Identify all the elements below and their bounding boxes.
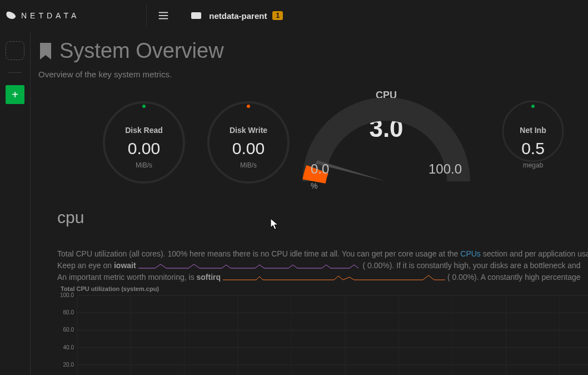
sparkline-iowait (138, 262, 361, 270)
gauge-disk-read[interactable]: Disk Read 0.00 MiB/s (99, 98, 188, 187)
desc-text: An important metric worth monitoring, is (57, 273, 197, 282)
gauge-label: Disk Read (99, 126, 188, 135)
gauge-value: 0.5 (500, 139, 566, 158)
main-content: System Overview Overview of the key syst… (31, 31, 588, 375)
desc-text: Total CPU utilization (all cores). 100% … (57, 249, 460, 258)
gauge-net-in[interactable]: Net Inb 0.5 megab (500, 98, 566, 187)
section-title: cpu (57, 208, 588, 227)
y-tick-label: 100.0 (57, 292, 74, 298)
sidebar-separator (8, 72, 22, 73)
y-tick-label: 40.0 (57, 344, 74, 351)
gauges-row: Disk Read 0.00 MiB/s Disk Write 0.00 MiB… (99, 87, 588, 198)
gauge-max: 100.0 (428, 161, 462, 177)
sidebar-slot-empty[interactable] (6, 41, 24, 60)
logo[interactable]: NETDATA (0, 10, 79, 21)
gauge-value: 0.00 (99, 139, 188, 158)
bookmark-icon (38, 43, 53, 60)
sparkline-softirq (223, 274, 445, 282)
keyword-softirq: softirq (197, 273, 221, 282)
cpus-link[interactable]: CPUs (460, 249, 481, 258)
chart-title: Total CPU utilization (system.cpu) (61, 285, 588, 292)
divider (146, 4, 147, 27)
gauge-unit: MiB/s (204, 161, 293, 169)
gauge-unit: megab (500, 161, 566, 169)
desc-text: Keep an eye on (57, 261, 114, 270)
gauge-label: Net Inb (500, 126, 566, 135)
status-dot-icon (531, 105, 535, 108)
left-sidebar: + (0, 31, 31, 375)
host-name[interactable]: netdata-parent (209, 11, 267, 21)
alert-badge[interactable]: 1 (272, 11, 283, 20)
desc-text: ( 0.00%). If it is constantly high, your… (362, 261, 580, 270)
gauge-unit: MiB/s (99, 161, 188, 169)
gauge-cpu[interactable]: CPU 3.0 0.0 100.0 % (297, 87, 475, 198)
page-title: System Overview (59, 39, 224, 63)
page-header: System Overview (38, 39, 588, 63)
status-dot-icon (142, 105, 146, 108)
y-tick-label: 80.0 (57, 309, 74, 315)
host-chip-icon (191, 12, 201, 19)
y-tick-label: 60.0 (57, 327, 74, 333)
cpu-chart[interactable]: 100.080.060.040.020.00.016:03:3016:04:00… (57, 293, 588, 375)
gauge-unit: % (311, 181, 317, 190)
desc-text: section and per application usa (481, 249, 588, 258)
brand-text: NETDATA (21, 11, 79, 20)
status-dot-icon (247, 105, 250, 108)
keyword-iowait: iowait (114, 261, 136, 270)
netdata-logo-icon (6, 10, 17, 21)
cpu-section: cpu Total CPU utilization (all cores). 1… (57, 208, 588, 375)
section-description: Total CPU utilization (all cores). 100% … (57, 248, 588, 283)
page-subtitle: Overview of the key system metrics. (38, 70, 588, 79)
menu-button[interactable] (152, 4, 175, 27)
gauge-disk-write[interactable]: Disk Write 0.00 MiB/s (204, 98, 293, 187)
gauge-min: 0.0 (311, 161, 329, 177)
top-bar: NETDATA netdata-parent 1 (0, 0, 588, 31)
gauge-value: 0.00 (204, 139, 293, 158)
desc-text: ( 0.00%). A constantly high percentage (447, 273, 581, 282)
gauge-label: Disk Write (204, 126, 293, 135)
sidebar-add-button[interactable]: + (6, 85, 24, 104)
y-tick-label: 20.0 (57, 362, 74, 368)
